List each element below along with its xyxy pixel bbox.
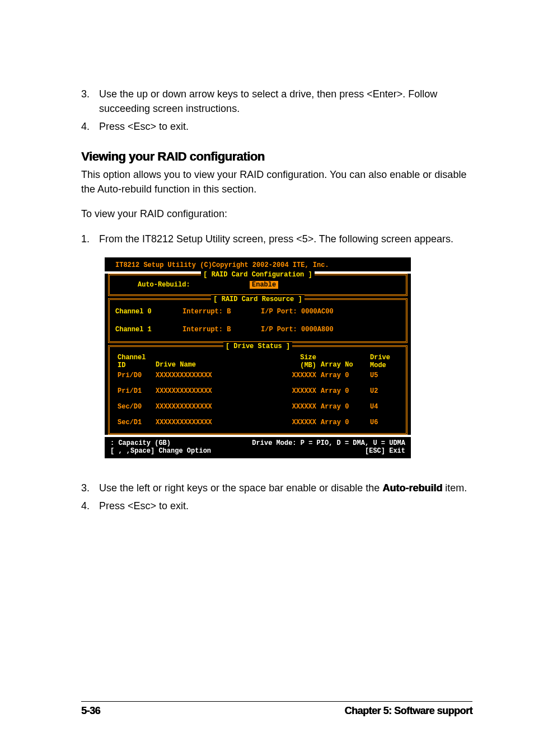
step-number: 4. [81, 119, 99, 134]
page-footer: 5-36 Chapter 5: Software support [81, 701, 472, 717]
resource-row: Channel 1 Interrupt: B I/P Port: 0000A80… [115, 323, 400, 336]
list-item: 1. From the IT8212 Setup Utility screen,… [81, 232, 472, 246]
list-item: 4. Press <Esc> to exit. [81, 119, 472, 134]
auto-rebuild-label: Auto-Rebuild: [138, 281, 250, 289]
raid-card-resource-box: [ RAID Card Resource ] Channel 0 Interru… [108, 298, 407, 343]
esc-exit-hint: [ESC] Exit [365, 447, 405, 455]
step-text: Use the left or right keys or the space … [99, 481, 467, 495]
section-heading: Viewing your RAID configuration [81, 149, 472, 164]
list-item: 4. Press <Esc> to exit. [81, 499, 472, 513]
paragraph: This option allows you to view your RAID… [81, 167, 472, 196]
table-row: Pri/D0 XXXXXXXXXXXXXX XXXXXX Array 0 U5 [115, 370, 400, 381]
terminal-screenshot: IT8212 Setup Utility (C)Copyright 2002-2… [105, 257, 411, 458]
capacity-hint: : Capacity (GB) [110, 439, 171, 447]
step-text: Press <Esc> to exit. [99, 119, 189, 134]
step-number: 3. [81, 87, 99, 116]
list-item: 3. Use the up or down arrow keys to sele… [81, 87, 472, 116]
step-text: From the IT8212 Setup Utility screen, pr… [99, 232, 453, 246]
step-number: 1. [81, 232, 99, 246]
step-text: Use the up or down arrow keys to select … [99, 87, 472, 116]
raid-card-configuration-box: [ RAID Card Configuration ] Auto-Rebuild… [108, 274, 407, 296]
step-number: 4. [81, 499, 99, 513]
change-option-hint: [ , ,Space] Change Option [110, 447, 211, 455]
paragraph: To view your RAID configuration: [81, 206, 472, 221]
table-row: Pri/D1 XXXXXXXXXXXXXX XXXXXX Array 0 U2 [115, 386, 400, 396]
box-legend: [ RAID Card Configuration ] [110, 271, 406, 279]
auto-rebuild-value[interactable]: Enable [250, 281, 278, 289]
resource-row: Channel 0 Interrupt: B I/P Port: 0000AC0… [115, 306, 400, 318]
post-steps: 3. Use the left or right keys or the spa… [81, 481, 472, 513]
pre-steps: 3. Use the up or down arrow keys to sele… [81, 87, 472, 134]
box-legend: [ RAID Card Resource ] [110, 295, 406, 303]
box-legend: [ Drive Status ] [110, 342, 406, 350]
table-row: Sec/D1 XXXXXXXXXXXXXX XXXXXX Array 0 U6 [115, 417, 400, 428]
drive-status-table: ChannelID Drive Name Size(MB) Array No D… [115, 353, 400, 428]
mid-steps: 1. From the IT8212 Setup Utility screen,… [81, 232, 472, 246]
page-number: 5-36 [81, 705, 100, 717]
chapter-title: Chapter 5: Software support [344, 705, 472, 717]
step-text: Press <Esc> to exit. [99, 499, 189, 513]
list-item: 3. Use the left or right keys or the spa… [81, 481, 472, 495]
terminal-title: IT8212 Setup Utility (C)Copyright 2002-2… [105, 257, 411, 271]
drive-mode-legend: Drive Mode: P = PIO, D = DMA, U = UDMA [252, 439, 405, 447]
table-row: Sec/D0 XXXXXXXXXXXXXX XXXXXX Array 0 U4 [115, 402, 400, 412]
terminal-footer: : Capacity (GB) Drive Mode: P = PIO, D =… [105, 437, 411, 458]
drive-status-box: [ Drive Status ] ChannelID Drive Name Si… [108, 345, 407, 435]
step-number: 3. [81, 481, 99, 495]
terminal-panel: [ RAID Card Configuration ] Auto-Rebuild… [105, 274, 411, 435]
